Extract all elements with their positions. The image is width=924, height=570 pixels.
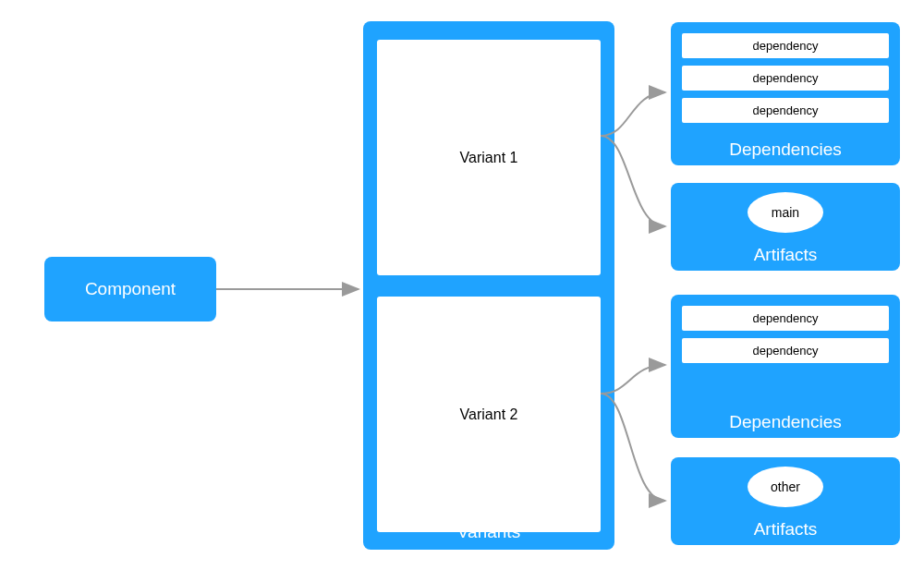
variant-2-label: Variant 2	[460, 406, 518, 423]
dependencies-title-1: Dependencies	[671, 139, 900, 160]
artifact-1-name: main	[772, 205, 799, 220]
artifact-ellipse-2: other	[748, 467, 823, 507]
artifacts-box-1: main Artifacts	[671, 183, 900, 271]
dependency-item: dependency	[682, 306, 889, 331]
variant-card-1: Variant 1	[377, 40, 601, 275]
artifact-2-name: other	[771, 479, 800, 494]
dependency-item: dependency	[682, 98, 889, 123]
variant-1-label: Variant 1	[460, 150, 518, 166]
dependencies-box-1: dependency dependency dependency Depende…	[671, 22, 900, 165]
variant-card-2: Variant 2	[377, 297, 601, 532]
artifacts-box-2: other Artifacts	[671, 457, 900, 545]
component-box: Component	[44, 257, 216, 321]
dependency-item: dependency	[682, 338, 889, 363]
artifact-ellipse-1: main	[748, 192, 823, 233]
dependency-item: dependency	[682, 33, 889, 58]
variants-box: Variant 1 Variant 2 Variants	[363, 21, 614, 550]
dependencies-box-2: dependency dependency Dependencies	[671, 295, 900, 438]
variants-title: Variants	[363, 522, 614, 542]
artifacts-title-1: Artifacts	[671, 245, 900, 265]
dependencies-title-2: Dependencies	[671, 412, 900, 432]
component-label: Component	[85, 279, 176, 299]
artifacts-title-2: Artifacts	[671, 519, 900, 540]
dependency-item: dependency	[682, 66, 889, 91]
